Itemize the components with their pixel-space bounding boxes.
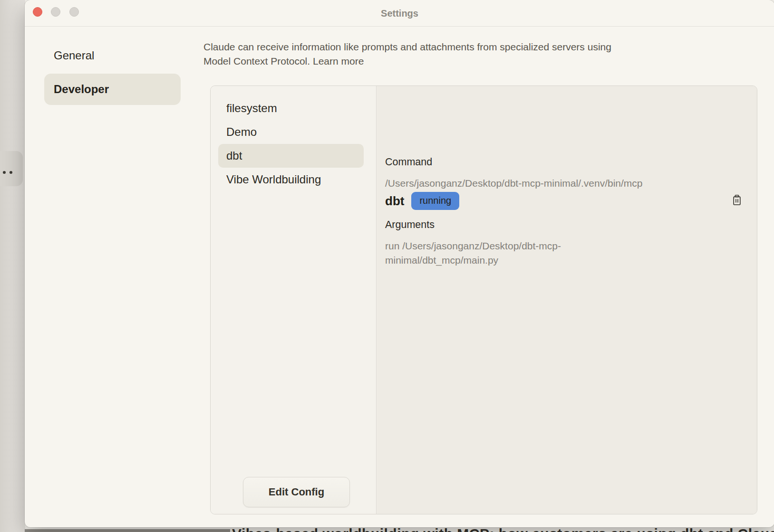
delete-server-button[interactable] — [731, 195, 743, 207]
server-detail: dbt running Com — [377, 86, 757, 514]
command-label: Command — [385, 156, 738, 168]
window-title: Settings — [25, 0, 774, 27]
ellipsis-icon — [3, 171, 6, 174]
command-field: Command /Users/jasonganz/Desktop/dbt-mcp… — [385, 156, 738, 190]
description-line1: Claude can receive information like prom… — [203, 41, 611, 52]
ellipsis-icon — [10, 171, 12, 174]
arguments-value: run /Users/jasonganz/Desktop/dbt-mcp-min… — [385, 239, 623, 267]
server-detail-header: dbt running — [385, 190, 743, 211]
status-badge: running — [411, 192, 459, 210]
arguments-field: Arguments run /Users/jasonganz/Desktop/d… — [385, 219, 623, 267]
screen: Vibes-based worldbuilding with MCP: how … — [0, 0, 774, 532]
learn-more-link[interactable]: Learn more — [313, 56, 364, 66]
server-item-vibe-worldbuilding[interactable]: Vibe Worldbuilding — [218, 168, 364, 191]
arguments-label: Arguments — [385, 219, 623, 231]
server-name: dbt — [385, 194, 404, 209]
trash-icon — [732, 195, 742, 207]
settings-window: Settings General Developer Claude can re… — [25, 0, 774, 527]
command-value: /Users/jasonganz/Desktop/dbt-mcp-minimal… — [385, 176, 738, 190]
sidebar-item-general[interactable]: General — [44, 40, 181, 71]
titlebar[interactable]: Settings — [25, 0, 774, 27]
description: Claude can receive information like prom… — [203, 40, 717, 68]
server-item-filesystem[interactable]: filesystem — [218, 96, 364, 120]
sidebar-item-developer[interactable]: Developer — [44, 74, 181, 105]
description-line2: Model Context Protocol. — [203, 56, 310, 66]
background-sidebar-toggle[interactable] — [0, 151, 23, 186]
server-item-demo[interactable]: Demo — [218, 120, 364, 144]
mcp-servers-panel: filesystem Demo dbt Vibe Worldbuilding E… — [210, 86, 757, 514]
server-list: filesystem Demo dbt Vibe Worldbuilding E… — [211, 86, 377, 514]
background-divider — [25, 529, 230, 532]
edit-config-button[interactable]: Edit Config — [243, 477, 350, 507]
background-window-edge — [0, 0, 25, 532]
server-item-dbt[interactable]: dbt — [218, 144, 364, 168]
